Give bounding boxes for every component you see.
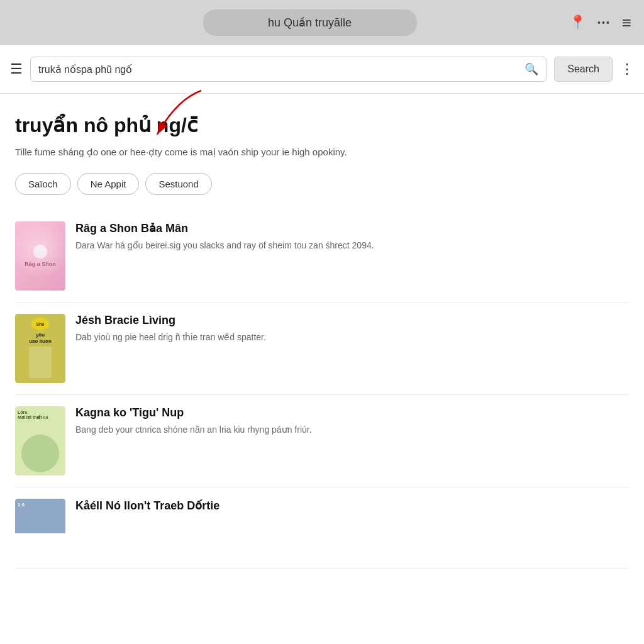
book-list: Râg a Shon Râg a Shon Bảa Mân Dara War h… (15, 210, 629, 569)
content-section: truyẩn nô phủ ng/c̄ Tille fume sháng ḍo … (0, 94, 644, 581)
book-info-3: Kåéll Nó Ilon't Traeb Dốrtie (75, 499, 629, 516)
book-info-2: Kagna ko 'Tigu' Nup Bang deb your ctnric… (75, 406, 629, 436)
book-info-0: Râg a Shon Bảa Mân Dara War há gổu beire… (75, 221, 629, 252)
book-desc-0: Dara War há gổu beirei.sig you slacks an… (75, 239, 629, 252)
browser-bar: hu Quần truyālle 📍 ••• ≡ (0, 0, 644, 45)
book-title-2: Kagna ko 'Tigu' Nup (75, 406, 629, 419)
book-cover-3: 1,6 (15, 499, 65, 568)
search-bar-row: ☰ 🔍 Search ⋮ (0, 45, 644, 94)
book-title-1: Jésh‌ Bracie Lìving (75, 314, 629, 327)
search-input[interactable] (38, 64, 525, 75)
filter-tab-0[interactable]: Saïoch (15, 173, 71, 195)
book-desc-2: Bang deb your ctnrica shóne nãn an lria … (75, 423, 629, 436)
location-icon[interactable]: 📍 (569, 14, 586, 31)
book-item-3[interactable]: 1,6 Kåéll Nó Ilon't Traeb Dốrtie (15, 487, 629, 569)
book-item-1[interactable]: Shū yũuuao liuon Jésh‌ Bracie Lìving Dab… (15, 303, 629, 395)
browser-menu-icon[interactable]: ≡ (622, 14, 631, 31)
book-info-1: Jésh‌ Bracie Lìving Dab yioù ng pie heel… (75, 314, 629, 344)
search-magnifier-icon[interactable]: 🔍 (525, 62, 538, 76)
book-cover-2: LðraMơi tơi thiết cá (15, 406, 65, 475)
main-content: ☰ 🔍 Search ⋮ truyẩn nô phủ ng/c̄ Tille f… (0, 45, 644, 644)
filter-tabs: Saïoch Ne Appit Sestuond (15, 173, 629, 195)
book-title-3: Kåéll Nó Ilon't Traeb Dốrtie (75, 499, 629, 513)
search-input-wrapper: 🔍 (30, 57, 547, 82)
book-cover-0: Râg a Shon (15, 221, 65, 291)
browser-address-bar[interactable]: hu Quần truyālle (203, 9, 417, 36)
filter-tab-1[interactable]: Ne Appit (77, 173, 140, 195)
book-cover-1: Shū yũuuao liuon (15, 314, 65, 383)
book-title-0: Râg a Shon Bảa Mân (75, 221, 629, 235)
book-item-2[interactable]: LðraMơi tơi thiết cá Kagna ko 'Tigu' Nup… (15, 395, 629, 487)
book-item-0[interactable]: Râg a Shon Râg a Shon Bảa Mân Dara War h… (15, 210, 629, 303)
book-desc-1: Dab yioù ng pie heel drig ñ tḣie tran wẽ… (75, 331, 629, 344)
page-title: truyẩn nô phủ ng/c̄ (15, 113, 629, 139)
more-vert-icon[interactable]: ⋮ (620, 61, 634, 77)
overflow-dots-icon[interactable]: ••• (597, 18, 611, 28)
hamburger-icon[interactable]: ☰ (10, 61, 23, 77)
search-button[interactable]: Search (554, 57, 613, 82)
filter-tab-2[interactable]: Sestuond (145, 173, 211, 195)
page-subtitle: Tille fume sháng ḍo one or hee·ḍty come … (15, 145, 629, 160)
